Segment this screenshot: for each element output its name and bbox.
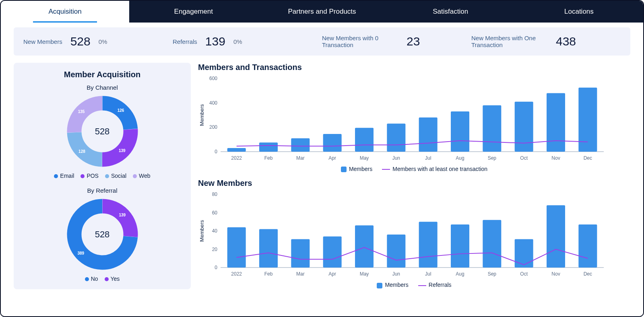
legend-item-email[interactable]: Email [54, 173, 74, 179]
svg-text:0: 0 [215, 265, 217, 270]
dot-icon [105, 277, 109, 281]
svg-text:Apr: Apr [328, 155, 336, 161]
line-icon [382, 169, 390, 170]
dot-icon [54, 174, 58, 178]
donut-referral[interactable]: 528 139 389 [65, 197, 140, 272]
svg-text:Sep: Sep [488, 271, 497, 277]
svg-text:Sep: Sep [488, 155, 497, 161]
svg-rect-45 [355, 226, 374, 268]
line-icon [418, 285, 426, 286]
svg-rect-55 [515, 239, 533, 268]
svg-text:Oct: Oct [520, 155, 528, 161]
legend-item-members-tx[interactable]: Members with at least one transaction [382, 166, 487, 172]
kpi-delta: 0% [233, 38, 242, 45]
svg-text:Jul: Jul [425, 271, 431, 277]
panel-title: Member Acquisition [18, 70, 187, 79]
donut-referral-center: 528 [65, 197, 140, 272]
legend-item-referrals[interactable]: Referrals [418, 282, 452, 288]
tab-locations[interactable]: Locations [515, 1, 643, 23]
chart-title-new-members: New Members [198, 179, 630, 188]
donut-label-social: 128 [78, 149, 85, 154]
kpi-referrals: Referrals 139 0% [173, 35, 322, 48]
dot-icon [133, 174, 137, 178]
chart-legend-new-members: Members Referrals [198, 282, 630, 288]
svg-rect-41 [291, 239, 310, 268]
tab-label: Acquisition [48, 8, 81, 16]
donut-label-web: 135 [78, 109, 85, 114]
kpi-value: 438 [556, 35, 576, 48]
svg-text:Mar: Mar [296, 155, 305, 161]
svg-text:80: 80 [212, 191, 218, 197]
donut-label-pos: 139 [119, 148, 126, 153]
legend-item-members2[interactable]: Members [377, 282, 408, 288]
dot-icon [85, 277, 89, 281]
donut-channel-center: 528 [65, 94, 140, 169]
legend-item-no[interactable]: No [85, 276, 98, 282]
svg-text:Jun: Jun [392, 271, 400, 277]
svg-text:40: 40 [212, 228, 218, 234]
svg-rect-53 [483, 220, 501, 268]
donut-label-no: 389 [77, 251, 84, 255]
legend-item-pos[interactable]: POS [80, 173, 99, 179]
donut-referral-title: By Referral [18, 187, 187, 194]
svg-rect-37 [227, 227, 246, 268]
tab-label: Partners and Products [288, 8, 356, 16]
dot-icon [105, 174, 109, 178]
svg-text:600: 600 [209, 76, 217, 81]
svg-text:20: 20 [212, 247, 218, 252]
svg-rect-16 [387, 124, 405, 152]
chart-members-transactions[interactable]: 0200400600Members2022FebMarAprMayJunJulA… [198, 74, 630, 164]
kpi-zero-tx: New Members with 0 Transaction 23 [322, 35, 471, 48]
donut-referral-legend: No Yes [18, 276, 187, 282]
legend-item-social[interactable]: Social [105, 173, 126, 179]
svg-text:Aug: Aug [456, 271, 464, 277]
legend-item-yes[interactable]: Yes [105, 276, 120, 282]
svg-text:Jun: Jun [392, 155, 400, 161]
legend-item-web[interactable]: Web [133, 173, 151, 179]
kpi-one-tx: New Members with One Transaction 438 [471, 35, 621, 48]
kpi-label: New Members with 0 Transaction [322, 35, 398, 48]
donut-channel[interactable]: 528 126 139 128 135 [65, 94, 140, 169]
kpi-label: New Members with One Transaction [471, 35, 548, 48]
svg-rect-12 [323, 134, 342, 152]
tab-label: Satisfaction [433, 8, 468, 16]
svg-text:60: 60 [212, 210, 218, 216]
tab-engagement[interactable]: Engagement [129, 1, 258, 23]
svg-text:Apr: Apr [328, 271, 336, 277]
kpi-label: Referrals [173, 38, 197, 45]
svg-text:0: 0 [215, 149, 217, 154]
svg-text:2022: 2022 [231, 271, 242, 277]
kpi-new-members: New Members 528 0% [23, 35, 173, 48]
svg-text:Jul: Jul [425, 155, 431, 161]
donut-label-email: 126 [118, 108, 124, 113]
tab-label: Locations [564, 8, 594, 16]
svg-text:May: May [360, 271, 369, 277]
member-acquisition-panel: Member Acquisition By Channel 528 126 13… [14, 63, 191, 289]
svg-text:400: 400 [209, 100, 217, 106]
tabs: Acquisition Engagement Partners and Prod… [1, 1, 643, 23]
svg-text:Dec: Dec [584, 271, 592, 277]
tab-partners[interactable]: Partners and Products [258, 1, 386, 23]
svg-text:May: May [360, 155, 369, 161]
svg-text:Feb: Feb [264, 155, 273, 161]
chip-icon [377, 283, 382, 288]
svg-rect-49 [419, 222, 438, 268]
svg-rect-8 [259, 142, 278, 152]
svg-rect-14 [355, 128, 374, 152]
svg-text:Oct: Oct [520, 271, 528, 277]
tab-satisfaction[interactable]: Satisfaction [386, 1, 515, 23]
kpi-delta: 0% [99, 38, 107, 45]
chart-new-members[interactable]: 020406080Members2022FebMarAprMayJunJulAu… [198, 190, 630, 280]
legend-item-members[interactable]: Members [341, 166, 372, 172]
svg-rect-47 [387, 235, 405, 268]
svg-text:Aug: Aug [456, 155, 464, 161]
chart-legend-members-tx: Members Members with at least one transa… [198, 166, 630, 172]
svg-rect-59 [578, 224, 597, 268]
chart-title-members-tx: Members and Transactions [198, 63, 630, 72]
dot-icon [80, 174, 85, 178]
kpi-value: 528 [70, 35, 91, 48]
svg-rect-43 [323, 237, 342, 268]
tab-acquisition[interactable]: Acquisition [1, 1, 129, 23]
svg-text:Nov: Nov [551, 271, 560, 277]
kpi-label: New Members [23, 38, 62, 45]
